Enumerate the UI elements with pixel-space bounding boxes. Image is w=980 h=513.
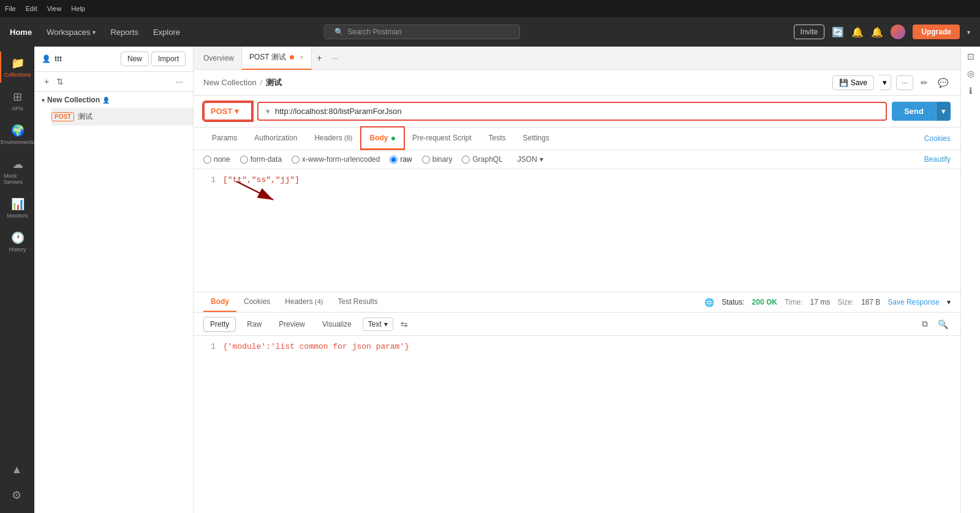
menu-file[interactable]: File [5,5,16,12]
text-format-dropdown[interactable]: Text ▾ [363,317,393,331]
sidebar-item-apis[interactable]: ⊞ APIs [0,85,34,116]
workspaces-menu[interactable]: Workspaces ▾ [42,25,100,39]
add-tab-btn[interactable]: + [312,50,327,66]
tab-settings[interactable]: Settings [514,127,558,150]
right-panel-icon-1[interactable]: ⊡ [967,51,974,61]
edit-icon-btn[interactable]: ✏ [918,75,930,90]
notification-icon[interactable]: 🔔 [871,26,883,38]
save-response-btn[interactable]: Save Response [888,298,940,306]
sidebar-item-collections[interactable]: 📁 Collections [0,51,34,83]
send-btn-wrapper: Send ▾ [892,102,951,121]
upgrade-button[interactable]: Upgrade [913,25,960,39]
search-bar[interactable]: 🔍 Search Postman [324,25,520,39]
tabs-bar: Overview POST 测试 × + ··· [194,47,960,70]
radio-graphql[interactable]: GraphQL [462,155,502,164]
panel-actions: New Import [121,51,186,66]
copy-response-btn[interactable]: ⧉ [919,316,930,332]
main-nav: Home Workspaces ▾ Reports Explore 🔍 Sear… [0,17,980,47]
resp-right-actions: ⧉ 🔍 [919,316,951,332]
home-link[interactable]: Home [10,28,32,37]
save-chevron-btn[interactable]: ▾ [879,75,891,90]
search-response-btn[interactable]: 🔍 [935,316,951,332]
filter-icon-btn[interactable]: ⇆ [398,317,410,332]
tab-overflow-btn[interactable]: ··· [327,51,343,65]
cookies-link[interactable]: Cookies [924,134,951,143]
menu-edit[interactable]: Edit [26,5,37,12]
resp-tab-cookies[interactable]: Cookies [236,292,277,312]
url-row: POST ▾ ▾ Send ▾ [194,96,960,127]
radio-binary[interactable]: binary [422,155,453,164]
new-collection-header[interactable]: ▾ New Collection 👤 [34,92,193,108]
save-icon: 💾 [839,78,848,87]
explore-link[interactable]: Explore [148,25,185,39]
tab-authorization[interactable]: Authorization [246,127,306,150]
sidebar-up-btn[interactable]: ▲ [8,460,26,480]
radio-none[interactable]: none [203,155,230,164]
panel-toolbar: + ⇅ ··· [34,72,193,92]
breadcrumb-more-btn[interactable]: ··· [896,75,913,90]
tab-tests[interactable]: Tests [480,127,514,150]
right-panel-icon-2[interactable]: ◎ [967,69,974,78]
status-label: Status: [722,298,744,306]
tab-close-icon[interactable]: × [300,54,304,61]
sidebar-settings-btn[interactable]: ⚙ [8,485,25,506]
resp-tab-test-results[interactable]: Test Results [331,292,385,312]
resp-tab-body[interactable]: Body [203,292,236,312]
upgrade-chevron[interactable]: ▾ [967,29,970,36]
save-button[interactable]: 💾 Save [832,75,874,90]
right-panel-icon-3[interactable]: ℹ [969,86,972,96]
request-tabs: Params Authorization Headers (8) Body Pr… [194,127,960,150]
new-button[interactable]: New [121,51,149,66]
preview-btn[interactable]: Preview [273,317,311,331]
method-selector[interactable]: POST ▾ [203,102,252,121]
avatar[interactable] [891,25,905,39]
sidebar-bottom: ▲ ⚙ [8,460,26,513]
sidebar-item-environments[interactable]: 🌍 Environments [0,119,34,150]
radio-raw[interactable]: raw [390,155,412,164]
size-value: 187 B [861,298,880,306]
tab-request[interactable]: POST 测试 × [242,47,312,70]
method-chevron: ▾ [235,107,239,116]
tab-prerequest[interactable]: Pre-request Script [404,127,480,150]
url-input[interactable] [273,103,881,120]
send-button[interactable]: Send [892,102,936,121]
resp-tab-headers[interactable]: Headers (4) [277,292,330,312]
text-format-chevron: ▾ [384,320,388,329]
search-collections-btn[interactable]: ··· [173,75,186,88]
collection-user-icon: 👤 [102,97,110,104]
url-dropdown-btn[interactable]: ▾ [263,104,273,118]
reports-link[interactable]: Reports [105,25,143,39]
raw-btn[interactable]: Raw [241,317,268,331]
add-collection-btn[interactable]: + [42,75,51,88]
menu-view[interactable]: View [47,5,62,12]
resp-line-1: 1 {'module':'list common for json param'… [203,341,951,354]
tab-overview[interactable]: Overview [196,47,242,70]
code-editor[interactable]: 1 ["tt","ss","jj"] [194,169,960,292]
send-chevron-btn[interactable]: ▾ [936,102,951,121]
comment-icon-btn[interactable]: 💬 [935,75,951,90]
invite-button[interactable]: Invite [794,25,825,39]
beautify-link[interactable]: Beautify [924,155,951,164]
tab-body[interactable]: Body [361,127,404,150]
collection-request-item[interactable]: POST 测试 [51,108,193,126]
format-select[interactable]: JSON ▾ [518,155,543,164]
bell-icon[interactable]: 🔔 [851,26,864,38]
globe-icon: 🌐 [704,298,714,307]
tab-params[interactable]: Params [203,127,246,150]
radio-formdata[interactable]: form-data [240,155,282,164]
breadcrumb-bar: New Collection / 测试 💾 Save ▾ ··· ✏ 💬 [194,70,960,96]
pretty-btn[interactable]: Pretty [203,317,236,332]
menu-help[interactable]: Help [71,5,85,12]
radio-urlencoded[interactable]: x-www-form-urlencoded [292,155,380,164]
menu-bar: File Edit View Help [0,0,980,17]
tab-headers[interactable]: Headers (8) [306,127,361,150]
save-response-chevron[interactable]: ▾ [947,298,951,306]
sidebar-item-monitors[interactable]: 📊 Monitors [0,192,34,224]
sort-btn[interactable]: ⇅ [54,75,66,88]
sidebar-item-mock-servers[interactable]: ☁ Mock Servers [0,153,34,190]
panel-header: 👤 ttt New Import [34,47,193,72]
import-button[interactable]: Import [151,51,186,66]
sidebar-item-history[interactable]: 🕐 History [0,226,34,257]
sync-icon[interactable]: 🔄 [832,26,844,38]
visualize-btn[interactable]: Visualize [316,317,358,331]
